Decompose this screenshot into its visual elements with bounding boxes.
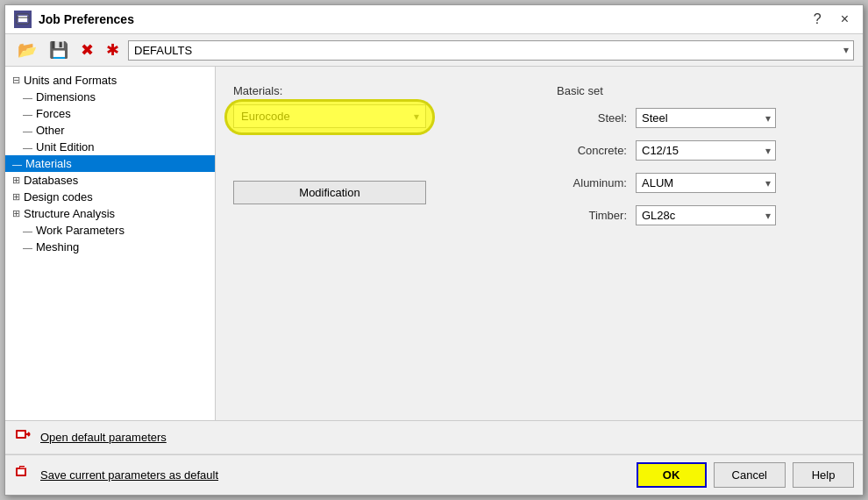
sidebar: ⊟ Units and Formats — Dimensions — Force…	[5, 67, 216, 420]
materials-label: Materials:	[233, 84, 522, 97]
dash-icon-forces: —	[23, 109, 32, 119]
delete-toolbar-button[interactable]: ✖	[77, 39, 97, 61]
sidebar-label-materials: Materials	[25, 157, 72, 170]
open-defaults-button[interactable]: Open default parameters	[40, 431, 167, 444]
expand-icon-databases: ⊞	[12, 175, 20, 186]
open-defaults-icon	[14, 426, 32, 448]
toolbar: 📂 💾 ✖ ✱ DEFAULTS	[5, 34, 863, 67]
svg-line-7	[28, 434, 30, 436]
dialog-title: Job Preferences	[39, 12, 134, 26]
content-row: Materials: Eurocode AISC British Austral…	[233, 84, 845, 238]
save-defaults-button[interactable]: Save current parameters as default	[40, 468, 218, 482]
timber-row: Timber: GL28c GL24b GL32c	[557, 205, 845, 225]
dash-icon-meshing: —	[23, 242, 32, 253]
defaults-select[interactable]: DEFAULTS	[128, 40, 854, 61]
sidebar-item-forces[interactable]: — Forces	[5, 105, 215, 122]
svg-rect-9	[18, 469, 25, 475]
aluminum-select-wrapper[interactable]: ALUM AL6061 AL7075	[636, 173, 776, 193]
dash-icon-work-parameters: —	[23, 225, 32, 236]
concrete-row: Concrete: C12/15 C16/20 C20/25	[557, 140, 845, 161]
folder-icon: 📂	[18, 41, 37, 59]
steel-select-wrapper[interactable]: Steel S235 S275 S355	[636, 108, 776, 128]
dash-icon-dimensions: —	[23, 92, 32, 103]
sidebar-label-structure-analysis: Structure Analysis	[24, 207, 115, 220]
timber-select[interactable]: GL28c GL24b GL32c	[636, 205, 776, 225]
title-bar-right: ? ×	[808, 11, 854, 28]
save-toolbar-button[interactable]: 💾	[46, 39, 72, 61]
aluminum-select[interactable]: ALUM AL6061 AL7075	[636, 173, 776, 193]
footer-bottom-row: Save current parameters as default OK Ca…	[5, 454, 863, 495]
sidebar-item-structure-analysis[interactable]: ⊞ Structure Analysis	[5, 205, 215, 222]
sidebar-item-databases[interactable]: ⊞ Databases	[5, 172, 215, 189]
left-panel: Materials: Eurocode AISC British Austral…	[233, 84, 522, 238]
sidebar-label-databases: Databases	[24, 174, 78, 187]
svg-rect-1	[18, 16, 27, 22]
sidebar-item-work-parameters[interactable]: — Work Parameters	[5, 222, 215, 239]
expand-icon: ⊟	[12, 75, 20, 86]
sidebar-label-work-parameters: Work Parameters	[36, 224, 125, 237]
job-preferences-dialog: Job Preferences ? × 📂 💾 ✖ ✱ DEFAULTS	[4, 4, 864, 496]
main-content: ⊟ Units and Formats — Dimensions — Force…	[5, 67, 863, 420]
save-defaults-row: Save current parameters as default	[5, 459, 628, 491]
content-area: Materials: Eurocode AISC British Austral…	[216, 67, 863, 420]
save-defaults-icon	[14, 464, 32, 486]
materials-select[interactable]: Eurocode AISC British Australian	[233, 104, 426, 128]
sidebar-item-meshing[interactable]: — Meshing	[5, 239, 215, 255]
sidebar-item-unit-edition[interactable]: — Unit Edition	[5, 139, 215, 155]
sidebar-item-design-codes[interactable]: ⊞ Design codes	[5, 189, 215, 205]
sidebar-label-units-formats: Units and Formats	[24, 74, 117, 87]
expand-icon-structure-analysis: ⊞	[12, 208, 20, 219]
sidebar-item-dimensions[interactable]: — Dimensions	[5, 89, 215, 105]
help-button[interactable]: Help	[793, 462, 854, 488]
steel-row: Steel: Steel S235 S275 S355	[557, 108, 845, 128]
defaults-select-wrapper[interactable]: DEFAULTS	[128, 40, 854, 61]
dash-icon-other: —	[23, 125, 32, 136]
open-toolbar-button[interactable]: 📂	[14, 39, 40, 61]
right-panel: Basic set Steel: Steel S235 S275 S355	[557, 84, 845, 238]
asterisk-red-icon: ✱	[106, 41, 119, 59]
dialog-action-buttons: OK Cancel Help	[628, 455, 863, 495]
sidebar-label-design-codes: Design codes	[24, 190, 93, 204]
reset-toolbar-button[interactable]: ✱	[103, 39, 123, 61]
sidebar-item-units-formats[interactable]: ⊟ Units and Formats	[5, 72, 215, 89]
dash-icon-unit-edition: —	[23, 142, 32, 153]
sidebar-label-other: Other	[36, 124, 65, 137]
help-title-button[interactable]: ?	[808, 11, 827, 28]
materials-select-wrapper[interactable]: Eurocode AISC British Australian	[233, 104, 426, 128]
modification-button[interactable]: Modification	[233, 181, 426, 204]
sidebar-item-other[interactable]: — Other	[5, 122, 215, 139]
concrete-select[interactable]: C12/15 C16/20 C20/25	[636, 140, 776, 161]
footer: Open default parameters Save current par…	[5, 420, 863, 495]
open-defaults-row: Open default parameters	[5, 421, 863, 454]
sidebar-item-materials[interactable]: — Materials	[5, 155, 215, 172]
sidebar-label-meshing: Meshing	[36, 240, 79, 254]
svg-rect-4	[18, 432, 25, 437]
timber-select-wrapper[interactable]: GL28c GL24b GL32c	[636, 205, 776, 225]
close-dialog-button[interactable]: ×	[836, 11, 854, 28]
ok-button[interactable]: OK	[637, 462, 707, 488]
aluminum-row: Aluminum: ALUM AL6061 AL7075	[557, 173, 845, 193]
sidebar-label-forces: Forces	[36, 107, 71, 120]
modification-btn-wrapper: Modification	[233, 154, 522, 204]
sidebar-label-unit-edition: Unit Edition	[36, 140, 94, 154]
steel-select[interactable]: Steel S235 S275 S355	[636, 108, 776, 128]
save-icon: 💾	[49, 41, 68, 59]
expand-icon-design-codes: ⊞	[12, 191, 20, 203]
concrete-select-wrapper[interactable]: C12/15 C16/20 C20/25	[636, 140, 776, 161]
title-bar-left: Job Preferences	[14, 11, 134, 28]
dialog-icon	[14, 11, 32, 28]
steel-label: Steel:	[557, 111, 627, 125]
x-red-icon: ✖	[81, 41, 94, 59]
materials-dropdown-container: Eurocode AISC British Australian	[233, 104, 426, 128]
concrete-label: Concrete:	[557, 144, 627, 157]
cancel-button[interactable]: Cancel	[714, 462, 786, 488]
aluminum-label: Aluminum:	[557, 176, 627, 189]
basic-set-label: Basic set	[557, 84, 845, 97]
dash-icon-materials: —	[12, 159, 22, 169]
title-bar: Job Preferences ? ×	[5, 5, 863, 34]
sidebar-label-dimensions: Dimensions	[36, 90, 96, 104]
timber-label: Timber:	[557, 209, 627, 222]
